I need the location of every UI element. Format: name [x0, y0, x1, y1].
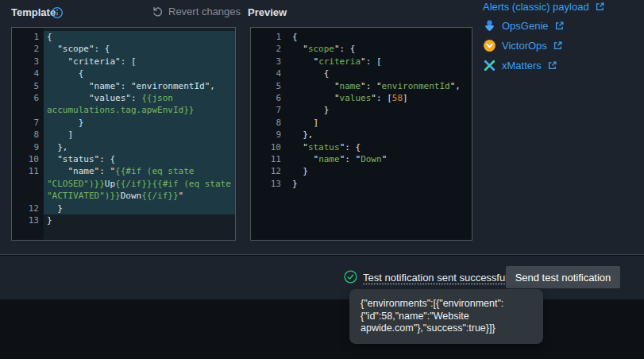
code-text: {: [289, 68, 472, 79]
code-text: "status": {: [289, 141, 472, 153]
code-line[interactable]: 9 },: [12, 141, 235, 153]
code-line[interactable]: 11 "name": "Down": [251, 153, 472, 165]
line-number: 7: [251, 104, 289, 116]
code-text: "status": {: [44, 153, 235, 165]
line-number: 8: [12, 129, 44, 141]
code-text: {: [44, 31, 235, 43]
line-number: 9: [12, 141, 44, 153]
revert-icon: [152, 6, 164, 17]
code-text: "name": "environmentId",: [44, 80, 235, 92]
code-line[interactable]: 10 "status": {: [12, 153, 235, 165]
line-number: 5: [12, 80, 44, 92]
line-number: 9: [251, 129, 289, 141]
code-line[interactable]: 13}: [12, 214, 235, 226]
code-text: "scope": {: [44, 43, 235, 55]
code-text: "criteria": [: [289, 56, 472, 68]
line-number: 4: [12, 68, 44, 79]
code-line[interactable]: 2 "scope": {: [251, 43, 472, 55]
code-line[interactable]: 12 }: [251, 165, 472, 177]
revert-changes-button[interactable]: Revert changes: [152, 6, 241, 17]
code-line[interactable]: 5 "name": "environmentId",: [12, 80, 235, 92]
template-editor[interactable]: 1{2 "scope": {3 "criteria": [4 {5 "name"…: [11, 27, 236, 241]
code-line[interactable]: 10 "status": {: [251, 141, 472, 153]
code-text: },: [44, 141, 235, 153]
code-text: }: [289, 165, 472, 177]
external-link-icon: [547, 60, 557, 71]
revert-changes-label: Revert changes: [168, 6, 241, 17]
test-success-message[interactable]: Test notification sent successfully.: [363, 272, 517, 284]
line-number: 13: [12, 214, 44, 226]
preview-editor[interactable]: 1{2 "scope": {3 "criteria": [4 {5 "name"…: [250, 27, 472, 241]
code-line[interactable]: 8 ]: [12, 129, 235, 141]
xmatters-link[interactable]: xMatters: [483, 59, 557, 72]
line-number: 5: [251, 80, 289, 92]
success-check-icon: [344, 270, 357, 284]
line-number: 13: [251, 178, 289, 190]
line-number: 11: [12, 165, 44, 202]
line-number: 10: [12, 153, 44, 165]
xmatters-link-label: xMatters: [502, 60, 542, 71]
code-text: "criteria": [: [44, 56, 235, 68]
victorops-icon: [483, 39, 496, 52]
code-text: {: [44, 68, 235, 79]
line-number: 8: [251, 117, 289, 129]
line-number: 11: [251, 153, 289, 165]
code-line[interactable]: 5 "name": "environmentId",: [251, 80, 472, 92]
code-line[interactable]: 3 "criteria": [: [12, 56, 235, 68]
xmatters-icon: [483, 59, 496, 72]
test-response-tooltip: {"environments":[{"environment": {"id":5…: [349, 289, 543, 344]
code-line[interactable]: 9 },: [251, 129, 472, 141]
code-line[interactable]: 6 "values": [58]: [251, 92, 472, 104]
code-text: }: [44, 214, 235, 226]
code-text: "values": {{json accumulations.tag.apwEn…: [44, 92, 235, 117]
code-text: ]: [289, 117, 472, 129]
opsgenie-icon: [483, 19, 496, 33]
line-number: 4: [251, 68, 289, 79]
code-text: }: [44, 203, 235, 214]
code-text: "scope": {: [289, 43, 472, 55]
line-number: 6: [251, 92, 289, 104]
alerts-payload-link-label: Alerts (classic) payload: [483, 1, 589, 13]
send-test-notification-button[interactable]: Send test notification: [506, 266, 620, 288]
code-line[interactable]: 8 ]: [251, 117, 472, 129]
victorops-link-label: VictorOps: [502, 40, 547, 52]
notification-template-screen: Template Revert changes Preview 1{2 "sco…: [0, 0, 644, 359]
code-line[interactable]: 3 "criteria": [: [251, 56, 472, 68]
code-line[interactable]: 11 "name": "{{#if (eq state "CLOSED")}}U…: [12, 165, 235, 202]
victorops-link[interactable]: VictorOps: [483, 39, 563, 52]
code-line[interactable]: 1{: [12, 31, 235, 43]
line-number: 1: [12, 31, 44, 43]
code-line[interactable]: 7 }: [251, 104, 472, 116]
opsgenie-link[interactable]: OpsGenie: [483, 19, 565, 33]
line-number: 7: [12, 117, 44, 129]
template-panel-title: Template: [11, 6, 56, 18]
code-text: },: [289, 129, 472, 141]
code-line[interactable]: 2 "scope": {: [12, 43, 235, 55]
external-link-icon: [553, 41, 563, 51]
line-number: 12: [12, 203, 44, 214]
code-line[interactable]: 7 }: [12, 117, 235, 129]
line-number: 1: [251, 31, 289, 43]
code-text: {: [289, 31, 472, 43]
line-number: 6: [12, 92, 44, 117]
info-icon[interactable]: [51, 6, 64, 19]
external-link-icon: [595, 2, 605, 12]
editor-section: Template Revert changes Preview 1{2 "sco…: [0, 0, 644, 255]
alerts-classic-payload-link[interactable]: Alerts (classic) payload: [483, 0, 605, 14]
external-link-icon: [554, 21, 565, 31]
code-line[interactable]: 1{: [251, 31, 472, 43]
line-number: 3: [251, 56, 289, 68]
code-text: "name": "{{#if (eq state "CLOSED")}}Up{{…: [44, 165, 235, 202]
code-text: "values": [58]: [289, 92, 472, 104]
code-line[interactable]: 6 "values": {{json accumulations.tag.apw…: [12, 92, 235, 117]
code-line[interactable]: 4 {: [251, 68, 472, 79]
code-text: }: [289, 104, 472, 116]
code-line[interactable]: 4 {: [12, 68, 235, 79]
code-line[interactable]: 13}: [251, 178, 472, 190]
code-text: "name": "environmentId",: [289, 80, 472, 92]
code-line[interactable]: 12 }: [12, 203, 235, 214]
line-number: 10: [251, 141, 289, 153]
line-number: 12: [251, 165, 289, 177]
code-text: ]: [44, 129, 235, 141]
preview-panel-title: Preview: [248, 6, 287, 18]
